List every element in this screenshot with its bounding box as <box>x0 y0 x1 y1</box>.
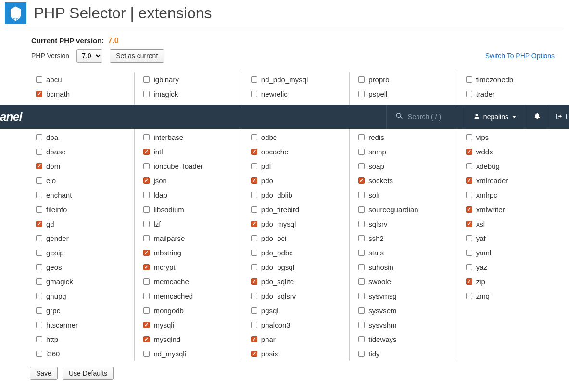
extension-checkbox[interactable] <box>36 278 42 285</box>
extension-checkbox[interactable] <box>466 192 472 198</box>
extension-checkbox[interactable] <box>143 91 150 97</box>
extension-checkbox[interactable] <box>358 192 365 198</box>
extension-checkbox[interactable] <box>466 264 472 270</box>
extension-checkbox[interactable] <box>143 221 150 227</box>
extension-checkbox[interactable] <box>36 91 42 97</box>
extension-checkbox[interactable] <box>466 206 472 213</box>
extension-checkbox[interactable] <box>358 163 365 169</box>
extension-checkbox[interactable] <box>251 293 257 299</box>
extension-checkbox[interactable] <box>358 264 365 270</box>
extension-checkbox[interactable] <box>358 293 365 299</box>
extension-checkbox[interactable] <box>466 134 472 140</box>
extension-checkbox[interactable] <box>251 134 257 140</box>
extension-checkbox[interactable] <box>251 250 257 256</box>
search-box[interactable] <box>386 105 465 129</box>
extension-checkbox[interactable] <box>143 336 150 342</box>
extension-checkbox[interactable] <box>466 149 472 155</box>
extension-checkbox[interactable] <box>251 307 257 314</box>
extension-checkbox[interactable] <box>143 293 150 299</box>
extension-checkbox[interactable] <box>36 149 42 155</box>
extension-checkbox[interactable] <box>358 322 365 328</box>
extension-checkbox[interactable] <box>143 322 150 328</box>
extension-checkbox[interactable] <box>466 163 472 169</box>
extension-checkbox[interactable] <box>143 149 150 155</box>
extension-checkbox[interactable] <box>466 278 472 285</box>
extension-checkbox[interactable] <box>251 221 257 227</box>
extension-checkbox[interactable] <box>36 322 42 328</box>
extension-checkbox[interactable] <box>143 264 150 270</box>
extension-checkbox[interactable] <box>358 336 365 342</box>
extension-checkbox[interactable] <box>36 307 42 314</box>
extension-checkbox[interactable] <box>36 293 42 299</box>
extension-checkbox[interactable] <box>143 307 150 314</box>
extension-checkbox[interactable] <box>36 351 42 357</box>
extension-item: zip <box>466 274 559 289</box>
extension-checkbox[interactable] <box>466 91 472 97</box>
extension-checkbox[interactable] <box>358 307 365 314</box>
extension-checkbox[interactable] <box>143 351 150 357</box>
extension-checkbox[interactable] <box>36 206 42 213</box>
switch-php-options-link[interactable]: Switch To PHP Options <box>485 52 555 60</box>
extension-checkbox[interactable] <box>251 192 257 198</box>
notifications-button[interactable] <box>525 105 549 129</box>
extension-checkbox[interactable] <box>251 177 257 184</box>
extension-checkbox[interactable] <box>251 91 257 97</box>
extension-checkbox[interactable] <box>358 134 365 140</box>
save-button[interactable]: Save <box>30 367 58 380</box>
extension-checkbox[interactable] <box>36 76 42 83</box>
extension-checkbox[interactable] <box>358 177 365 184</box>
logout-button[interactable]: LO <box>549 105 569 129</box>
extension-checkbox[interactable] <box>251 278 257 285</box>
extension-checkbox[interactable] <box>143 250 150 256</box>
user-menu[interactable]: nepalins <box>465 105 525 129</box>
extension-checkbox[interactable] <box>358 149 365 155</box>
extension-checkbox[interactable] <box>358 91 365 97</box>
extension-checkbox[interactable] <box>358 206 365 213</box>
extension-checkbox[interactable] <box>466 293 472 299</box>
extension-checkbox[interactable] <box>466 221 472 227</box>
extension-checkbox[interactable] <box>358 278 365 285</box>
extension-checkbox[interactable] <box>358 250 365 256</box>
extension-checkbox[interactable] <box>36 177 42 184</box>
extension-checkbox[interactable] <box>143 235 150 241</box>
extension-checkbox[interactable] <box>36 235 42 241</box>
extension-checkbox[interactable] <box>36 134 42 140</box>
extension-checkbox[interactable] <box>143 278 150 285</box>
extension-checkbox[interactable] <box>358 76 365 83</box>
extension-checkbox[interactable] <box>143 76 150 83</box>
extension-checkbox[interactable] <box>358 351 365 357</box>
extension-checkbox[interactable] <box>466 177 472 184</box>
extension-checkbox[interactable] <box>251 206 257 213</box>
extension-checkbox[interactable] <box>36 264 42 270</box>
set-as-current-button[interactable]: Set as current <box>110 49 164 63</box>
extension-checkbox[interactable] <box>36 221 42 227</box>
extension-checkbox[interactable] <box>358 235 365 241</box>
extension-checkbox[interactable] <box>466 250 472 256</box>
extension-checkbox[interactable] <box>251 264 257 270</box>
extension-checkbox[interactable] <box>36 192 42 198</box>
search-input[interactable] <box>408 113 456 121</box>
extension-checkbox[interactable] <box>251 76 257 83</box>
extension-checkbox[interactable] <box>251 235 257 241</box>
extension-checkbox[interactable] <box>36 250 42 256</box>
extension-checkbox[interactable] <box>36 163 42 169</box>
extension-checkbox[interactable] <box>36 336 42 342</box>
extension-checkbox[interactable] <box>358 221 365 227</box>
extension-checkbox[interactable] <box>143 206 150 213</box>
use-defaults-button[interactable]: Use Defaults <box>63 367 114 380</box>
current-version-value: 7.0 <box>108 37 118 45</box>
extension-checkbox[interactable] <box>251 149 257 155</box>
extension-checkbox[interactable] <box>251 336 257 342</box>
extension-checkbox[interactable] <box>251 163 257 169</box>
extension-label: geoip <box>46 249 64 257</box>
extension-checkbox[interactable] <box>143 163 150 169</box>
extension-checkbox[interactable] <box>251 322 257 328</box>
php-version-select[interactable]: 7.0 <box>76 49 102 63</box>
extension-checkbox[interactable] <box>466 235 472 241</box>
php-version-label: PHP Version <box>31 52 69 60</box>
extension-checkbox[interactable] <box>466 76 472 83</box>
extension-checkbox[interactable] <box>143 192 150 198</box>
extension-checkbox[interactable] <box>143 134 150 140</box>
extension-checkbox[interactable] <box>143 177 150 184</box>
extension-checkbox[interactable] <box>251 351 257 357</box>
